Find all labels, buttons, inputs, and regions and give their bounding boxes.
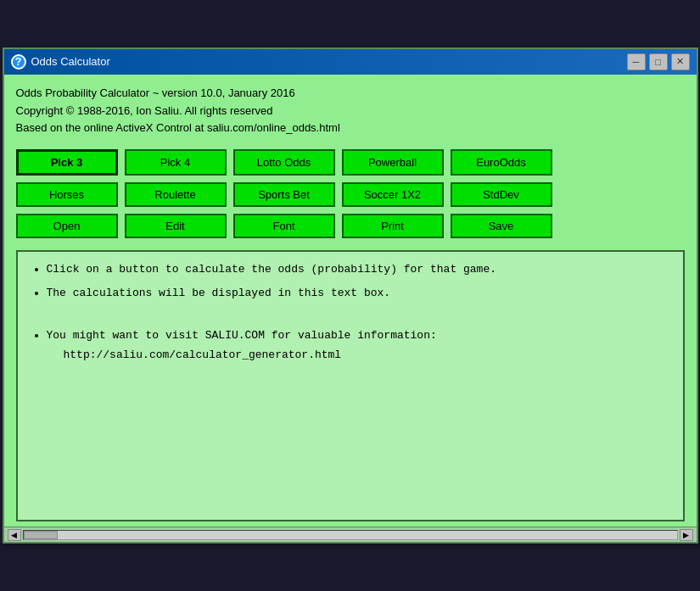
pick3-button[interactable]: Pick 3 <box>16 149 118 176</box>
close-button[interactable]: ✕ <box>671 53 690 70</box>
scroll-thumb[interactable] <box>24 531 58 539</box>
roulette-button[interactable]: Roulette <box>125 182 227 207</box>
url-text: http://saliu.com/calculator_generator.ht… <box>64 348 342 361</box>
pick4-button[interactable]: Pick 4 <box>125 149 227 176</box>
edit-button[interactable]: Edit <box>125 214 227 238</box>
maximize-button[interactable]: □ <box>649 53 668 70</box>
soccer-button[interactable]: Soccer 1X2 <box>342 182 444 207</box>
window-title: Odds Calculator <box>31 55 110 68</box>
header-line3: Based on the online ActiveX Control at s… <box>16 120 685 137</box>
info-line3: You might want to visit SALIU.COM for va… <box>47 326 671 364</box>
lotto-odds-button[interactable]: Lotto Odds <box>233 149 335 176</box>
print-button[interactable]: Print <box>342 214 444 238</box>
scroll-right-button[interactable]: ▶ <box>680 529 693 541</box>
save-button[interactable]: Save <box>451 214 552 238</box>
title-bar-controls: ─ □ ✕ <box>627 53 690 70</box>
scrollbar: ◀ ▶ <box>4 527 697 542</box>
header-info: Odds Probability Calculator ~ version 10… <box>16 85 685 137</box>
stddev-button[interactable]: StdDev <box>451 182 552 207</box>
minimize-button[interactable]: ─ <box>627 53 646 70</box>
header-line2: Copyright © 1988-2016, Ion Saliu. All ri… <box>16 103 685 120</box>
content-area: Odds Probability Calculator ~ version 10… <box>4 75 697 527</box>
output-text: Click on a button to calculate the odds … <box>30 260 671 364</box>
scroll-track <box>23 530 678 540</box>
info-line1: Click on a button to calculate the odds … <box>47 260 671 279</box>
horses-button[interactable]: Horses <box>16 182 118 207</box>
title-bar-left: ? Odds Calculator <box>11 54 110 70</box>
window-icon: ? <box>11 54 26 70</box>
font-button[interactable]: Font <box>233 214 335 238</box>
scroll-left-button[interactable]: ◀ <box>8 529 21 541</box>
output-area: Click on a button to calculate the odds … <box>16 250 685 521</box>
title-bar: ? Odds Calculator ─ □ ✕ <box>4 49 697 75</box>
euro-odds-button[interactable]: EuroOdds <box>451 149 552 176</box>
sports-bet-button[interactable]: Sports Bet <box>233 182 335 207</box>
button-row-1: Pick 3 Pick 4 Lotto Odds Powerball EuroO… <box>16 149 685 176</box>
powerball-button[interactable]: Powerball <box>342 149 444 176</box>
main-window: ? Odds Calculator ─ □ ✕ Odds Probability… <box>3 47 698 544</box>
button-row-3: Open Edit Font Print Save <box>16 214 685 238</box>
button-row-2: Horses Roulette Sports Bet Soccer 1X2 St… <box>16 182 685 207</box>
header-line1: Odds Probability Calculator ~ version 10… <box>16 85 685 103</box>
open-button[interactable]: Open <box>16 214 118 238</box>
info-line2: The calculations will be displayed in th… <box>47 284 671 303</box>
